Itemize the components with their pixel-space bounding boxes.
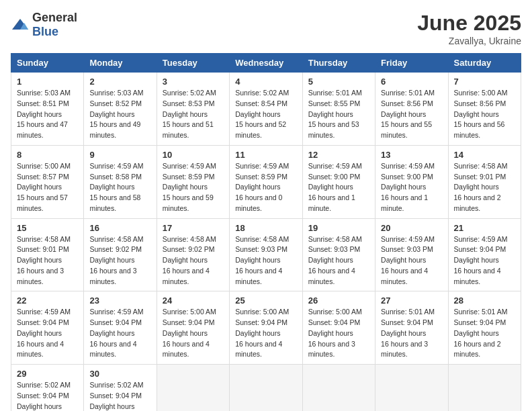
day-number-25: 25 [235, 295, 296, 306]
day-number-11: 11 [235, 150, 296, 160]
day-cell-14: 14 Sunrise: 4:58 AMSunset: 9:01 PMDaylig… [448, 145, 521, 218]
day-number-4: 4 [235, 77, 296, 87]
week-row-1: 1 Sunrise: 5:03 AMSunset: 8:51 PMDayligh… [11, 73, 521, 146]
logo-blue-text: Blue [32, 25, 58, 38]
day-info-11: Sunrise: 4:59 AMSunset: 8:59 PMDaylight … [235, 161, 296, 214]
day-cell-5: 5 Sunrise: 5:01 AMSunset: 8:55 PMDayligh… [302, 73, 375, 146]
day-info-7: Sunrise: 5:00 AMSunset: 8:56 PMDaylight … [454, 88, 515, 141]
day-info-22: Sunrise: 4:59 AMSunset: 9:04 PMDaylight … [17, 307, 78, 360]
day-number-1: 1 [17, 77, 78, 87]
day-number-22: 22 [17, 295, 78, 306]
day-info-8: Sunrise: 5:00 AMSunset: 8:57 PMDaylight … [17, 161, 78, 214]
day-cell-11: 11 Sunrise: 4:59 AMSunset: 8:59 PMDaylig… [230, 145, 302, 218]
col-friday: Friday [375, 54, 448, 73]
day-number-9: 9 [89, 150, 150, 160]
day-info-13: Sunrise: 4:59 AMSunset: 9:00 PMDaylight … [381, 161, 442, 214]
empty-cell [302, 365, 375, 412]
day-info-2: Sunrise: 5:03 AMSunset: 8:52 PMDaylight … [89, 88, 150, 141]
day-cell-21: 21 Sunrise: 4:59 AMSunset: 9:04 PMDaylig… [448, 218, 521, 291]
calendar-subtitle: Zavallya, Ukraine [417, 36, 521, 46]
week-row-5: 29 Sunrise: 5:02 AMSunset: 9:04 PMDaylig… [11, 365, 521, 412]
day-info-21: Sunrise: 4:59 AMSunset: 9:04 PMDaylight … [454, 234, 515, 287]
day-info-24: Sunrise: 5:00 AMSunset: 9:04 PMDaylight … [163, 307, 224, 360]
col-thursday: Thursday [302, 54, 375, 73]
day-number-27: 27 [381, 295, 442, 306]
day-number-7: 7 [454, 77, 515, 87]
day-number-30: 30 [89, 369, 150, 379]
col-saturday: Saturday [448, 54, 521, 73]
empty-cell [230, 365, 302, 412]
day-number-18: 18 [235, 223, 296, 233]
generalblue-logo-icon [11, 17, 30, 32]
day-number-10: 10 [163, 150, 224, 160]
day-cell-6: 6 Sunrise: 5:01 AMSunset: 8:56 PMDayligh… [375, 73, 448, 146]
empty-cell [375, 365, 448, 412]
page-header: General Blue June 2025 Zavallya, Ukraine [11, 11, 521, 46]
day-cell-28: 28 Sunrise: 5:01 AMSunset: 9:04 PMDaylig… [448, 291, 521, 365]
day-cell-27: 27 Sunrise: 5:01 AMSunset: 9:04 PMDaylig… [375, 291, 448, 365]
day-number-2: 2 [89, 77, 150, 87]
col-tuesday: Tuesday [157, 54, 229, 73]
empty-cell [157, 365, 229, 412]
day-cell-23: 23 Sunrise: 4:59 AMSunset: 9:04 PMDaylig… [84, 291, 157, 365]
day-info-28: Sunrise: 5:01 AMSunset: 9:04 PMDaylight … [454, 307, 515, 360]
day-info-18: Sunrise: 4:58 AMSunset: 9:03 PMDaylight … [235, 234, 296, 287]
day-cell-2: 2 Sunrise: 5:03 AMSunset: 8:52 PMDayligh… [84, 73, 157, 146]
day-number-13: 13 [381, 150, 442, 160]
day-cell-18: 18 Sunrise: 4:58 AMSunset: 9:03 PMDaylig… [230, 218, 302, 291]
week-row-4: 22 Sunrise: 4:59 AMSunset: 9:04 PMDaylig… [11, 291, 521, 365]
day-number-8: 8 [17, 150, 78, 160]
day-info-26: Sunrise: 5:00 AMSunset: 9:04 PMDaylight … [308, 307, 369, 360]
day-cell-19: 19 Sunrise: 4:58 AMSunset: 9:03 PMDaylig… [302, 218, 375, 291]
day-info-16: Sunrise: 4:58 AMSunset: 9:02 PMDaylight … [89, 234, 150, 287]
day-info-10: Sunrise: 4:59 AMSunset: 8:59 PMDaylight … [163, 161, 224, 214]
day-number-5: 5 [308, 77, 369, 87]
day-number-17: 17 [163, 223, 224, 233]
day-number-26: 26 [308, 295, 369, 306]
title-block: June 2025 Zavallya, Ukraine [417, 11, 521, 46]
day-cell-17: 17 Sunrise: 4:58 AMSunset: 9:02 PMDaylig… [157, 218, 229, 291]
day-info-23: Sunrise: 4:59 AMSunset: 9:04 PMDaylight … [89, 307, 150, 360]
day-info-30: Sunrise: 5:02 AMSunset: 9:04 PMDaylight … [89, 380, 150, 411]
day-info-17: Sunrise: 4:58 AMSunset: 9:02 PMDaylight … [163, 234, 224, 287]
col-monday: Monday [84, 54, 157, 73]
logo-general-text: General [32, 11, 77, 24]
day-info-27: Sunrise: 5:01 AMSunset: 9:04 PMDaylight … [381, 307, 442, 360]
day-cell-7: 7 Sunrise: 5:00 AMSunset: 8:56 PMDayligh… [448, 73, 521, 146]
day-cell-16: 16 Sunrise: 4:58 AMSunset: 9:02 PMDaylig… [84, 218, 157, 291]
day-cell-9: 9 Sunrise: 4:59 AMSunset: 8:58 PMDayligh… [84, 145, 157, 218]
day-cell-12: 12 Sunrise: 4:59 AMSunset: 9:00 PMDaylig… [302, 145, 375, 218]
day-info-5: Sunrise: 5:01 AMSunset: 8:55 PMDaylight … [308, 88, 369, 141]
day-cell-13: 13 Sunrise: 4:59 AMSunset: 9:00 PMDaylig… [375, 145, 448, 218]
day-number-15: 15 [17, 223, 78, 233]
col-wednesday: Wednesday [230, 54, 302, 73]
day-number-24: 24 [163, 295, 224, 306]
logo: General Blue [11, 11, 77, 39]
day-number-23: 23 [89, 295, 150, 306]
day-number-20: 20 [381, 223, 442, 233]
day-number-12: 12 [308, 150, 369, 160]
day-info-3: Sunrise: 5:02 AMSunset: 8:53 PMDaylight … [163, 88, 224, 141]
day-cell-29: 29 Sunrise: 5:02 AMSunset: 9:04 PMDaylig… [11, 365, 84, 412]
day-number-28: 28 [454, 295, 515, 306]
day-cell-10: 10 Sunrise: 4:59 AMSunset: 8:59 PMDaylig… [157, 145, 229, 218]
day-cell-3: 3 Sunrise: 5:02 AMSunset: 8:53 PMDayligh… [157, 73, 229, 146]
day-info-9: Sunrise: 4:59 AMSunset: 8:58 PMDaylight … [89, 161, 150, 214]
day-info-12: Sunrise: 4:59 AMSunset: 9:00 PMDaylight … [308, 161, 369, 214]
day-info-6: Sunrise: 5:01 AMSunset: 8:56 PMDaylight … [381, 88, 442, 141]
day-number-3: 3 [163, 77, 224, 87]
empty-cell [448, 365, 521, 412]
day-cell-4: 4 Sunrise: 5:02 AMSunset: 8:54 PMDayligh… [230, 73, 302, 146]
day-info-19: Sunrise: 4:58 AMSunset: 9:03 PMDaylight … [308, 234, 369, 287]
day-cell-8: 8 Sunrise: 5:00 AMSunset: 8:57 PMDayligh… [11, 145, 84, 218]
day-cell-15: 15 Sunrise: 4:58 AMSunset: 9:01 PMDaylig… [11, 218, 84, 291]
day-cell-20: 20 Sunrise: 4:59 AMSunset: 9:03 PMDaylig… [375, 218, 448, 291]
day-number-19: 19 [308, 223, 369, 233]
day-info-15: Sunrise: 4:58 AMSunset: 9:01 PMDaylight … [17, 234, 78, 287]
week-row-2: 8 Sunrise: 5:00 AMSunset: 8:57 PMDayligh… [11, 145, 521, 218]
week-row-3: 15 Sunrise: 4:58 AMSunset: 9:01 PMDaylig… [11, 218, 521, 291]
day-info-14: Sunrise: 4:58 AMSunset: 9:01 PMDaylight … [454, 161, 515, 214]
day-info-4: Sunrise: 5:02 AMSunset: 8:54 PMDaylight … [235, 88, 296, 141]
day-cell-24: 24 Sunrise: 5:00 AMSunset: 9:04 PMDaylig… [157, 291, 229, 365]
day-cell-26: 26 Sunrise: 5:00 AMSunset: 9:04 PMDaylig… [302, 291, 375, 365]
